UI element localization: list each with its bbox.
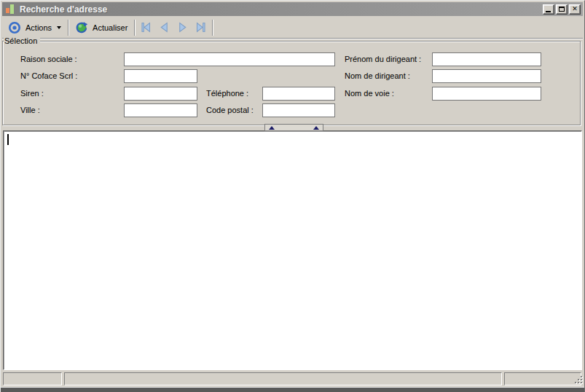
collapse-up-icon xyxy=(313,126,319,130)
toolbar-separator xyxy=(134,20,135,36)
refresh-icon xyxy=(75,21,88,34)
status-panel-middle xyxy=(64,372,502,385)
nav-previous-button[interactable] xyxy=(155,19,173,36)
telephone-label: Téléphone : xyxy=(206,89,248,98)
minimize-icon xyxy=(546,11,551,12)
minimize-button[interactable] xyxy=(543,4,554,15)
nom-dirigeant-label: Nom de dirigeant : xyxy=(345,71,410,81)
title-bar[interactable]: Recherche d'adresse ✕ xyxy=(2,2,583,16)
actions-button[interactable]: Actions xyxy=(4,19,66,36)
code-postal-input[interactable] xyxy=(262,103,335,117)
icon-green-bar xyxy=(10,4,14,14)
raison-sociale-input[interactable] xyxy=(124,52,335,66)
toolbar-separator xyxy=(68,20,68,36)
status-panel-right xyxy=(504,372,581,385)
resize-grip[interactable] xyxy=(575,376,584,385)
nom-dirigeant-input[interactable] xyxy=(432,69,541,83)
text-caret xyxy=(7,134,9,145)
next-record-icon xyxy=(176,21,189,34)
first-record-icon xyxy=(140,21,152,34)
coface-input[interactable] xyxy=(124,69,197,83)
last-record-icon xyxy=(195,21,207,34)
results-area[interactable] xyxy=(3,130,582,370)
toolbar-separator xyxy=(212,20,213,36)
status-panel-left xyxy=(3,372,62,385)
siren-label: Siren : xyxy=(20,89,44,98)
refresh-button-label: Actualiser xyxy=(93,23,127,32)
refresh-button[interactable]: Actualiser xyxy=(71,19,132,36)
nav-next-button[interactable] xyxy=(173,19,192,36)
raison-sociale-label: Raison sociale : xyxy=(20,55,77,64)
window-controls: ✕ xyxy=(543,4,581,15)
selection-groupbox-title: Sélection xyxy=(4,36,40,46)
prenom-dirigeant-input[interactable] xyxy=(432,52,541,66)
close-button[interactable]: ✕ xyxy=(569,4,581,15)
siren-input[interactable] xyxy=(124,87,197,101)
nom-voie-input[interactable] xyxy=(432,87,541,101)
prenom-dirigeant-label: Prénom du dirigeant : xyxy=(345,55,421,64)
window-bottom-edge xyxy=(0,387,585,392)
actions-target-icon xyxy=(8,21,21,34)
app-bar-chart-icon xyxy=(5,4,15,14)
nom-voie-label: Nom de voie : xyxy=(345,89,394,98)
maximize-icon xyxy=(559,7,565,12)
close-icon: ✕ xyxy=(570,5,580,14)
ville-input[interactable] xyxy=(124,103,197,117)
icon-orange-bar xyxy=(6,8,9,13)
ville-label: Ville : xyxy=(20,106,40,115)
previous-record-icon xyxy=(158,21,170,34)
code-postal-label: Code postal : xyxy=(206,106,254,115)
chevron-down-icon xyxy=(57,26,61,29)
telephone-input[interactable] xyxy=(262,87,335,101)
toolbar-divider xyxy=(2,38,583,39)
coface-label: N° Coface Scrl : xyxy=(20,71,77,81)
nav-last-button[interactable] xyxy=(192,19,210,36)
actions-button-label: Actions xyxy=(25,23,52,32)
toolbar: Actions Actualiser xyxy=(2,17,583,38)
collapse-panel-splitter[interactable] xyxy=(264,124,323,131)
nav-first-button[interactable] xyxy=(137,19,155,36)
maximize-button[interactable] xyxy=(556,4,568,15)
application-window: Recherche d'adresse ✕ Actions xyxy=(0,0,585,392)
window-title: Recherche d'adresse xyxy=(20,4,543,15)
status-bar xyxy=(0,372,585,386)
collapse-up-icon xyxy=(269,126,275,130)
